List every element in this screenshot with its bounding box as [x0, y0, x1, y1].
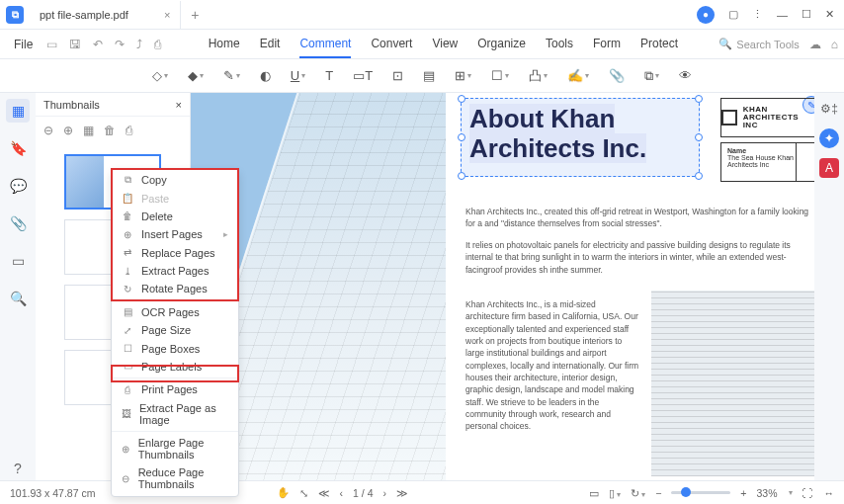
tab-comment[interactable]: Comment — [299, 31, 351, 58]
menu-page-boxes[interactable]: ☐Page Boxes — [112, 339, 238, 357]
rotate-view-icon[interactable]: ↻▾ — [631, 487, 645, 499]
compare-icon[interactable]: ⧉▾ — [644, 68, 659, 84]
textbox-icon[interactable]: ▭T — [353, 68, 373, 83]
grid-thumb-icon[interactable]: ▦ — [83, 124, 94, 137]
document-tab[interactable]: ppt file-sample.pdf × — [30, 1, 181, 29]
text-icon[interactable]: T — [325, 68, 333, 83]
print-icon[interactable]: ⎙ — [148, 38, 167, 51]
hide-icon[interactable]: 👁 — [679, 68, 692, 83]
prev-page-icon[interactable]: ‹ — [340, 487, 344, 499]
attachments-icon[interactable]: 📎 — [6, 211, 30, 235]
ai-assistant-icon[interactable]: ✦ — [819, 128, 839, 148]
measure-icon[interactable]: ⊞▾ — [455, 68, 471, 83]
pagesize-icon: ⤢ — [122, 325, 133, 336]
save-icon[interactable]: 🖫 — [63, 38, 87, 51]
menu-replace-pages[interactable]: ⇄Replace Pages — [112, 244, 238, 262]
reduce-icon: ⊖ — [122, 473, 130, 484]
eraser-icon[interactable]: ◐ — [260, 68, 271, 83]
replace-icon: ⇄ — [122, 247, 133, 258]
zoom-in-icon[interactable]: + — [740, 487, 746, 499]
page-number[interactable]: 1 / 4 — [353, 487, 373, 499]
window-panel-icon[interactable]: ▢ — [728, 8, 738, 21]
close-panel-icon[interactable]: × — [176, 99, 182, 111]
home-icon[interactable]: ⌂ — [831, 38, 838, 51]
zoom-slider[interactable] — [671, 491, 730, 494]
add-tab-button[interactable]: + — [181, 7, 209, 23]
share-icon[interactable]: ⤴ — [130, 38, 148, 51]
fit-icon[interactable]: ↔ — [823, 487, 834, 499]
menu-page-labels[interactable]: ▭Page Labels — [112, 358, 238, 376]
tab-tools[interactable]: Tools — [546, 31, 573, 58]
properties-icon[interactable]: ⚙‡ — [819, 99, 839, 119]
document-title[interactable]: About Khan Architects Inc. — [469, 104, 646, 163]
menu-rotate-pages[interactable]: ↻Rotate Pages — [112, 280, 238, 297]
maximize-icon[interactable]: ☐ — [802, 8, 811, 21]
pagebox-icon: ☐ — [122, 343, 133, 354]
tab-home[interactable]: Home — [209, 31, 240, 58]
paste-icon: 📋 — [122, 193, 133, 204]
help-icon[interactable]: ? — [6, 457, 30, 480]
ai-tool-icon[interactable]: A — [819, 158, 839, 178]
zoom-in-thumb-icon[interactable]: ⊕ — [63, 124, 73, 137]
bookmarks-icon[interactable]: 🔖 — [6, 136, 30, 160]
zoom-out-thumb-icon[interactable]: ⊖ — [43, 124, 53, 137]
color-highlight-icon[interactable]: ◆▾ — [188, 68, 204, 83]
window-more-icon[interactable]: ⋮ — [752, 8, 763, 21]
next-page-icon[interactable]: › — [383, 487, 387, 499]
cloud-icon[interactable]: ☁ — [809, 38, 821, 51]
zoom-out-icon[interactable]: − — [655, 487, 661, 499]
attachment-icon[interactable]: 📎 — [609, 68, 625, 83]
menu-delete[interactable]: 🗑Delete — [112, 208, 238, 225]
menu-reduce-thumbnails[interactable]: ⊖Reduce Page Thumbnails — [112, 463, 238, 493]
open-icon[interactable]: ▭ — [41, 38, 63, 51]
menu-extract-image[interactable]: 🖼Extract Page as Image — [112, 399, 238, 429]
document-canvas[interactable]: About Khan Architects Inc. ✎ KHAN ARCHIT… — [191, 93, 814, 480]
callout-icon[interactable]: ⊡ — [392, 68, 403, 83]
undo-icon[interactable]: ↶ — [87, 38, 109, 51]
menu-extract-pages[interactable]: ⤓Extract Pages — [112, 262, 238, 280]
print-thumb-icon[interactable]: ⎙ — [126, 124, 132, 137]
print-pages-icon: ⎙ — [122, 384, 133, 395]
menu-ocr-pages[interactable]: ▤OCR Pages — [112, 303, 238, 321]
right-rail: ⚙‡ ✦ A — [814, 93, 844, 480]
minimize-icon[interactable]: — — [777, 9, 788, 21]
view-single-icon[interactable]: ▯▾ — [609, 487, 621, 499]
note-icon[interactable]: ▤ — [423, 68, 435, 83]
tab-organize[interactable]: Organize — [477, 31, 526, 58]
tab-edit[interactable]: Edit — [260, 31, 281, 58]
tab-view[interactable]: View — [432, 31, 458, 58]
menu-enlarge-thumbnails[interactable]: ⊕Enlarge Page Thumbnails — [112, 434, 238, 463]
stamp-icon[interactable]: 凸▾ — [529, 67, 548, 85]
delete-thumb-icon[interactable]: 🗑 — [104, 124, 116, 137]
last-page-icon[interactable]: ≫ — [396, 487, 408, 499]
menu-page-size[interactable]: ⤢Page Size — [112, 321, 238, 339]
file-menu[interactable]: File — [6, 38, 41, 51]
highlighter-icon[interactable]: ◇▾ — [152, 68, 168, 83]
select-tool-icon[interactable]: ⤡ — [299, 487, 308, 499]
user-avatar[interactable]: ● — [697, 6, 715, 24]
first-page-icon[interactable]: ≪ — [318, 487, 330, 499]
tab-form[interactable]: Form — [593, 31, 621, 58]
read-mode-icon[interactable]: ▭ — [589, 487, 599, 499]
fields-icon[interactable]: ▭ — [6, 249, 30, 273]
search-panel-icon[interactable]: 🔍 — [6, 287, 30, 310]
hand-tool-icon[interactable]: ✋ — [277, 486, 290, 499]
close-icon[interactable]: × — [164, 9, 170, 21]
fullscreen-icon[interactable]: ⛶ — [802, 487, 813, 499]
underline-icon[interactable]: U▾ — [291, 68, 305, 83]
pencil-icon[interactable]: ✎▾ — [223, 68, 240, 83]
signature-icon[interactable]: ✍▾ — [567, 68, 589, 83]
comments-icon[interactable]: 💬 — [6, 174, 30, 198]
tab-protect[interactable]: Protect — [640, 31, 678, 58]
title-selection-box[interactable]: About Khan Architects Inc. — [461, 98, 700, 177]
rotate-icon: ↻ — [122, 284, 133, 294]
close-window-icon[interactable]: ✕ — [825, 8, 834, 21]
menu-insert-pages[interactable]: ⊕Insert Pages▸ — [112, 225, 238, 243]
search-tools[interactable]: 🔍 Search Tools — [718, 38, 799, 50]
shape-icon[interactable]: ☐▾ — [491, 68, 509, 83]
tab-convert[interactable]: Convert — [371, 31, 412, 58]
thumbnails-icon[interactable]: ▦ — [6, 99, 30, 123]
menu-print-pages[interactable]: ⎙Print Pages — [112, 380, 238, 398]
menu-copy[interactable]: ⧉Copy — [112, 171, 238, 189]
redo-icon[interactable]: ↷ — [109, 38, 130, 51]
